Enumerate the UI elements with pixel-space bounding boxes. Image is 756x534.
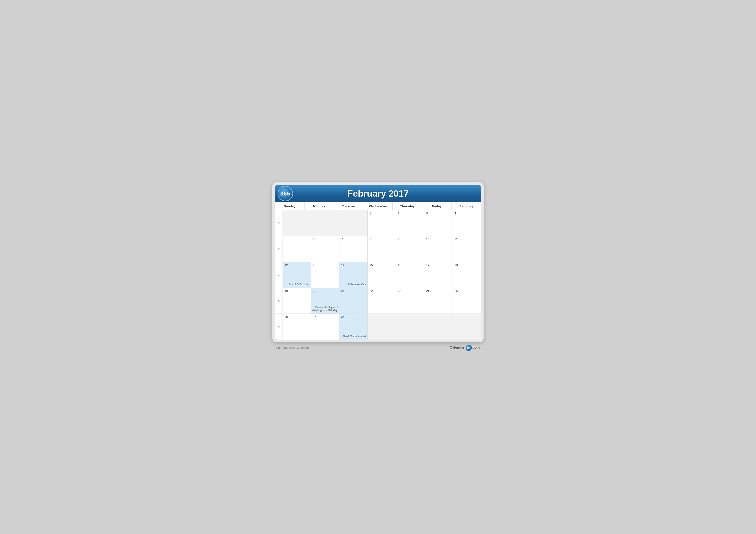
footer-brand-text: Calendar- [450,345,466,349]
cal-cell-20: 20Presidents Day and Washington's Birthd… [311,288,339,314]
cal-cell-empty [368,314,396,340]
day-number: 6 [313,238,337,241]
day-number: 21 [341,289,366,292]
day-header-sunday: Sunday [275,202,305,210]
footer-bar: February 2017 Calendar Calendar-365.com [272,342,484,352]
cal-cell-18: 18 [453,262,481,288]
day-number: 4 [454,212,479,215]
event-label: Lincoln's Birthday [289,283,309,286]
cal-cell-11: 11 [453,236,481,262]
cal-cell-6: 6 [311,236,339,262]
day-number: 1 [369,212,394,215]
day-number: 8 [369,238,394,241]
cal-cell-empty [311,210,339,236]
calendar-header: 365 February 2017 [275,185,481,202]
cal-cell-empty [396,314,424,340]
day-number: 2 [398,212,422,215]
day-number: 15 [369,263,394,267]
day-number: 24 [426,289,451,292]
logo-circle: 365 [278,186,293,201]
cal-cell-22: 22 [368,288,396,314]
cal-cell-15: 15 [368,262,396,288]
footer-brand: Calendar-365.com [450,345,480,351]
footer-dot-com: .com [472,345,480,349]
day-number: 5 [284,238,309,241]
day-header-friday: Friday [422,202,452,210]
cal-cell-5: 5 [283,236,311,262]
cal-cell-empty [424,314,452,340]
event-label: Presidents Day and Washington's Birthday [311,306,337,312]
day-number: 13 [313,263,337,267]
cal-cell-14: 14Valentine's Day [339,262,368,288]
day-number: 17 [426,263,451,267]
cal-cell-empty [283,210,311,236]
cal-cell-empty [453,314,481,340]
cal-cell-empty [339,210,368,236]
week-number-7: 7 [275,262,283,288]
cal-cell-26: 26 [283,314,311,340]
day-number: 10 [426,238,451,241]
calendar-container: 365 February 2017 SundayMondayTuesdayWed… [272,182,484,342]
cal-cell-1: 1 [368,210,396,236]
calendar-title: February 2017 [282,189,474,199]
day-number: 7 [341,238,366,241]
cal-cell-25: 25 [453,288,481,314]
cal-cell-10: 10 [424,236,452,262]
calendar-grid: 512346567891011712Lincoln's Birthday1314… [275,210,481,340]
day-number: 14 [341,263,366,267]
day-headers: SundayMondayTuesdayWednesdayThursdayFrid… [275,202,481,210]
day-number: 25 [454,289,479,292]
day-header-thursday: Thursday [393,202,422,210]
day-number: 26 [284,315,309,318]
cal-cell-19: 19 [283,288,311,314]
week-number-9: 9 [275,314,283,340]
day-header-monday: Monday [305,202,334,210]
day-number: 27 [313,315,337,318]
cal-cell-24: 24 [424,288,452,314]
day-number: 3 [426,212,451,215]
week-number-5: 5 [275,210,283,236]
day-number: 23 [398,289,422,292]
day-header-tuesday: Tuesday [334,202,363,210]
day-number: 28 [341,315,366,318]
day-number: 20 [313,289,337,292]
cal-cell-23: 23 [396,288,424,314]
cal-cell-8: 8 [368,236,396,262]
cal-cell-12: 12Lincoln's Birthday [283,262,311,288]
cal-cell-9: 9 [396,236,424,262]
cal-cell-27: 27 [311,314,339,340]
day-number: 16 [398,263,422,267]
cal-cell-17: 17 [424,262,452,288]
day-header-saturday: Saturday [451,202,481,210]
day-number: 22 [369,289,394,292]
event-label: Mardi Gras Carnival [343,335,366,338]
cal-cell-4: 4 [453,210,481,236]
cal-cell-7: 7 [339,236,368,262]
footer-logo-circle: 365 [466,345,472,351]
week-number-8: 8 [275,288,283,314]
event-label: Valentine's Day [348,283,366,286]
day-header-wednesday: Wednesday [363,202,393,210]
cal-cell-28: 28Mardi Gras Carnival [339,314,368,340]
calendar-body: SundayMondayTuesdayWednesdayThursdayFrid… [275,202,481,340]
cal-cell-16: 16 [396,262,424,288]
footer-label: February 2017 Calendar [276,346,309,349]
logo-text: 365 [281,191,290,197]
day-number: 11 [454,238,479,241]
day-number: 18 [454,263,479,267]
cal-cell-21: 21 [339,288,368,314]
day-number: 19 [284,289,309,292]
week-number-6: 6 [275,236,283,262]
day-number: 12 [284,263,309,267]
cal-cell-2: 2 [396,210,424,236]
day-number: 9 [398,238,422,241]
cal-cell-13: 13 [311,262,339,288]
cal-cell-3: 3 [424,210,452,236]
